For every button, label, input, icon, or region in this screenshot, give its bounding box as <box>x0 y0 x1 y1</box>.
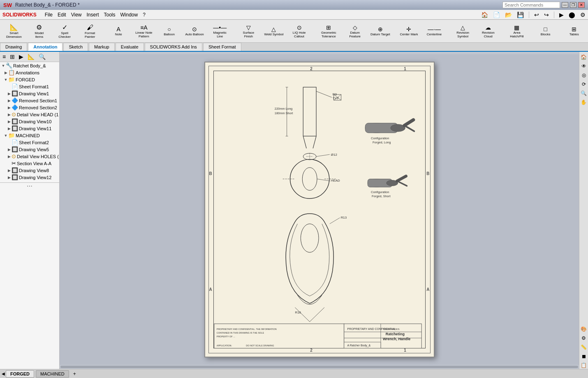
sheet-tab-forged[interactable]: FORGED <box>6 370 34 378</box>
svg-line-21 <box>310 307 324 322</box>
tree-btn-grid[interactable]: ⊞ <box>8 53 16 61</box>
search-commands-input[interactable] <box>502 2 560 8</box>
toolbar-icon-dot[interactable]: ⬤ <box>569 12 575 18</box>
tree-machined[interactable]: ▼ 📁 MACHINED <box>0 132 59 139</box>
tree-drawing-view1[interactable]: ▶ 🔲 Drawing View1 <box>0 90 59 97</box>
toolbar-icon-home[interactable]: 🏠 <box>481 12 488 18</box>
tree-drawing-view5[interactable]: ▶ 🔲 Drawing View5 <box>0 146 59 153</box>
centerline-btn[interactable]: —·— Centerline <box>422 21 447 41</box>
right-btn-palette[interactable]: 🎨 <box>580 325 588 333</box>
tab-solidworks-addins[interactable]: SOLIDWORKS Add Ins <box>145 43 202 51</box>
right-btn-task[interactable]: 📋 <box>580 362 588 369</box>
tree-drawing-view12[interactable]: ▶ 🔲 Drawing View12 <box>0 174 59 181</box>
right-btn-home[interactable]: 🏠 <box>580 53 588 61</box>
center-mark-btn[interactable]: ✛ Center Mark <box>397 21 421 41</box>
tree-forged[interactable]: ▼ 📁 FORGED <box>0 76 59 83</box>
tree-removed-section2[interactable]: ▶ 🔷 Removed Section2 <box>0 104 59 111</box>
tab-annotation[interactable]: Annotation <box>28 43 63 51</box>
right-btn-rotate[interactable]: ⟳ <box>581 81 587 88</box>
hole-callout-label: LIQ Hole Callout <box>289 31 310 38</box>
revision-symbol-btn[interactable]: △ Revision Symbol <box>451 21 475 41</box>
menu-help[interactable]: ? <box>143 12 146 18</box>
hole-callout-btn[interactable]: ⊙ LIQ Hole Callout <box>287 21 312 41</box>
right-btn-view1[interactable]: 👁 <box>581 62 587 70</box>
svg-text:HEAD: HEAD <box>331 179 340 182</box>
note-btn[interactable]: A Note <box>106 21 131 41</box>
smart-dimension-btn[interactable]: 📐 SmartDimension <box>2 21 26 41</box>
panel-collapse-handle[interactable]: ⋯ <box>0 182 59 189</box>
datum-target-btn[interactable]: ⊕ Datum Target <box>368 21 393 41</box>
tree-btn-layers[interactable]: ≡ <box>1 53 7 61</box>
right-btn-settings[interactable]: ⚙ <box>581 334 587 342</box>
toolbar-icon-open[interactable]: 📂 <box>505 12 512 18</box>
toolbar-icon-redo[interactable]: ↪ <box>544 12 549 18</box>
right-btn-appearance[interactable]: ◼ <box>581 353 587 360</box>
magnetic-line-btn[interactable]: —•— Magnetic Line <box>208 21 232 41</box>
format-painter-btn[interactable]: 🖌 FormatPainter <box>78 21 102 41</box>
tree-section-view-aa[interactable]: ✂ Section View A-A <box>0 160 59 167</box>
tree-detail-view-holes[interactable]: ▶ ⊙ Detail View HOLES ( <box>0 153 59 160</box>
menu-window[interactable]: Window <box>120 12 138 18</box>
auto-balloon-btn[interactable]: ⊙ Auto Balloon <box>182 21 207 41</box>
tree-drawing-view11[interactable]: ▶ 🔲 Drawing View11 <box>0 125 59 132</box>
linear-note-btn[interactable]: ≡A Linear NotePattern <box>132 21 156 41</box>
toolbar-icon-play[interactable]: ▶ <box>559 12 564 18</box>
minimize-button[interactable]: — <box>562 2 568 8</box>
tree-drawing-view10[interactable]: ▶ 🔲 Drawing View10 <box>0 118 59 125</box>
tables-btn[interactable]: ⊞ Tables <box>562 21 586 41</box>
toolbar-icon-gear[interactable]: ⚙ <box>580 12 586 18</box>
tree-sheet-format2[interactable]: 📄 Sheet Format2 <box>0 139 59 146</box>
tree-forged-expander: ▼ <box>3 78 8 82</box>
spell-checker-btn[interactable]: ✓ SpellChecker <box>52 21 77 41</box>
toolbar-icon-undo[interactable]: ↩ <box>534 12 539 18</box>
tree-btn-dim[interactable]: 📐 <box>26 53 36 61</box>
right-btn-view2[interactable]: ◎ <box>581 71 587 79</box>
h-scrollbar[interactable] <box>60 365 579 369</box>
weld-symbol-btn[interactable]: △ Weld Symbol <box>262 21 286 41</box>
menu-view[interactable]: View <box>71 12 82 18</box>
tree-toolbar: ≡ ⊞ ▶ 📐 🔍 <box>0 52 59 62</box>
balloon-btn[interactable]: ○ Balloon <box>157 21 182 41</box>
tree-drawing-view8[interactable]: ▶ 🔲 Drawing View8 <box>0 167 59 174</box>
tree-machined-expander: ▼ <box>3 134 8 138</box>
tree-btn-filter[interactable]: 🔍 <box>37 53 47 61</box>
menu-tools[interactable]: Tools <box>104 12 116 18</box>
datum-feature-btn[interactable]: ◇ Datum Feature <box>343 21 367 41</box>
close-button[interactable]: ✕ <box>578 2 585 8</box>
blocks-btn[interactable]: □ Blocks <box>533 21 558 41</box>
revision-cloud-btn[interactable]: ☁ Revision Cloud <box>476 21 501 41</box>
surface-finish-btn[interactable]: ▽ Surface Finish <box>236 21 261 41</box>
toolbar-icon-new[interactable]: 📄 <box>493 12 500 18</box>
tab-drawing[interactable]: Drawing <box>0 43 27 51</box>
tab-markup[interactable]: Markup <box>89 43 115 51</box>
tab-sketch[interactable]: Sketch <box>63 43 88 51</box>
toolbar-icon-save[interactable]: 💾 <box>517 12 524 18</box>
rs1-expander: ▶ <box>7 99 12 103</box>
tree-root-icon: 🔧 <box>6 62 12 69</box>
tab-sheet-format[interactable]: Sheet Format <box>203 43 241 51</box>
area-hatch-btn[interactable]: ▦ Area Hatch/Fill <box>505 21 529 41</box>
tree-btn-expand[interactable]: ▶ <box>17 53 25 61</box>
revision-symbol-icon: △ <box>461 24 465 31</box>
geometric-tol-btn[interactable]: ⊞ Geometric Tolerance <box>315 21 342 41</box>
sheet-scroll-left[interactable]: ◀ <box>2 371 5 376</box>
right-btn-zoom[interactable]: 🔍 <box>580 90 588 97</box>
right-btn-measure[interactable]: 📏 <box>580 343 588 351</box>
sheet-tab-machined[interactable]: MACHINED <box>36 370 69 378</box>
tree-annotations[interactable]: ▶ 📋 Annotations <box>0 69 59 76</box>
model-items-btn[interactable]: ⚙ ModelItems <box>27 21 52 41</box>
menu-insert[interactable]: Insert <box>87 12 99 18</box>
tab-evaluate[interactable]: Evaluate <box>116 43 144 51</box>
menu-file[interactable]: File <box>45 12 53 18</box>
sheet-tab-add[interactable]: + <box>71 370 79 378</box>
tree-removed-section1[interactable]: ▶ 🔷 Removed Section1 <box>0 97 59 104</box>
revision-cloud-icon: ☁ <box>485 24 491 31</box>
tree-sheet-format1[interactable]: 📄 Sheet Format1 <box>0 83 59 90</box>
drawing-viewport[interactable]: 2 1 2 1 B A B A <box>60 54 579 365</box>
restore-button[interactable]: ❐ <box>570 2 576 8</box>
tree-root[interactable]: ▼ 🔧 Ratchet Body_& <box>0 62 59 69</box>
dv8-label: Drawing View8 <box>19 168 49 173</box>
tree-detail-view-head[interactable]: ▶ ⊙ Detail View HEAD (1 <box>0 111 59 118</box>
menu-edit[interactable]: Edit <box>58 12 66 18</box>
right-btn-pan[interactable]: ✋ <box>580 99 588 106</box>
